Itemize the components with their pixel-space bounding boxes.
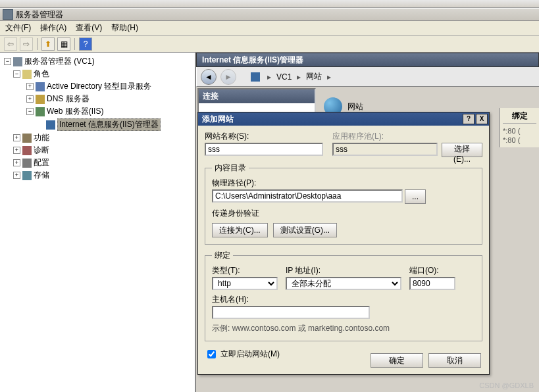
expand-icon[interactable]: + <box>26 95 34 103</box>
app-pool-input <box>332 143 438 156</box>
close-button[interactable]: X <box>476 114 488 124</box>
forward-button: ⇨ <box>20 37 33 51</box>
auth-label: 传递身份验证 <box>212 208 475 219</box>
features-icon <box>22 134 32 143</box>
select-pool-button[interactable]: 选择(E)... <box>442 143 482 157</box>
toolbar-separator <box>37 38 38 50</box>
app-icon <box>3 9 13 20</box>
collapse-icon[interactable]: − <box>4 58 11 65</box>
ok-button[interactable]: 确定 <box>371 353 423 368</box>
expand-icon[interactable]: + <box>26 83 34 90</box>
chevron-right-icon: ▸ <box>327 72 331 82</box>
site-name-input[interactable] <box>205 143 323 156</box>
expand-icon[interactable]: + <box>13 134 20 141</box>
crumb-host[interactable]: VC1 <box>276 72 292 82</box>
actions-pane: 绑定 *:80 ( *:80 ( <box>500 108 539 147</box>
server-icon <box>13 57 22 66</box>
nav-back-button[interactable]: ◄ <box>201 69 217 85</box>
iis-title: Internet 信息服务(IIS)管理器 <box>196 53 539 67</box>
port-input[interactable] <box>409 277 455 290</box>
tree-storage[interactable]: +存储 <box>0 169 195 182</box>
iis-toolbar: ◄ ► ▸ VC1 ▸ 网站 ▸ <box>196 67 539 87</box>
expand-icon[interactable]: + <box>13 147 20 154</box>
menu-file[interactable]: 文件(F) <box>5 22 31 34</box>
dialog-title-text: 添加网站 <box>202 114 234 125</box>
toolbar: ⇦ ⇨ ⬆ ▦ ? <box>0 36 539 53</box>
type-select[interactable]: http <box>212 277 278 290</box>
binding-row: *:80 ( <box>503 135 536 145</box>
site-name-label: 网站名称(S): <box>205 131 323 142</box>
content-dir-legend: 内容目录 <box>212 162 249 174</box>
start-now-checkbox[interactable] <box>207 350 216 358</box>
help-button[interactable]: ? <box>463 114 475 124</box>
config-icon <box>22 159 32 168</box>
start-now-label: 立即启动网站(M) <box>220 349 280 360</box>
tree-ad[interactable]: +Active Directory 轻型目录服务 <box>0 80 195 93</box>
actions-header: 绑定 <box>503 110 536 124</box>
home-icon[interactable] <box>251 72 260 82</box>
menu-help[interactable]: 帮助(H) <box>111 22 138 34</box>
physical-path-input[interactable] <box>212 189 403 203</box>
menubar: 文件(F) 操作(A) 查看(V) 帮助(H) <box>0 21 539 36</box>
browse-button[interactable]: ... <box>405 189 426 204</box>
tree-pane: −服务器管理器 (VC1) −角色 +Active Directory 轻型目录… <box>0 53 196 392</box>
cancel-button[interactable]: 取消 <box>428 353 481 368</box>
physical-path-label: 物理路径(P): <box>212 178 475 189</box>
add-website-dialog: 添加网站 ? X 网站名称(S): 应用程序池(L): 选择(E)... 内容目… <box>197 112 490 375</box>
roles-icon <box>22 70 32 79</box>
help-button[interactable]: ? <box>79 37 92 51</box>
chevron-right-icon: ▸ <box>267 72 271 82</box>
tree-config[interactable]: +配置 <box>0 157 195 169</box>
dialog-body: 网站名称(S): 应用程序池(L): 选择(E)... 内容目录 物理路径(P)… <box>198 126 489 366</box>
watermark: CSDN @GDXLB <box>479 381 534 389</box>
ad-icon <box>36 82 45 91</box>
tree-roles[interactable]: −角色 <box>0 68 195 80</box>
expand-icon[interactable]: + <box>13 172 20 179</box>
storage-icon <box>22 171 32 180</box>
menu-view[interactable]: 查看(V) <box>76 22 102 34</box>
iis-icon <box>46 120 55 130</box>
up-button[interactable]: ⬆ <box>41 37 55 51</box>
menu-action[interactable]: 操作(A) <box>40 22 66 34</box>
tree-dns[interactable]: +DNS 服务器 <box>0 93 195 105</box>
content-dir-group: 内容目录 物理路径(P): ... 传递身份验证 连接为(C)... 测试设置(… <box>205 162 482 245</box>
toolbar-separator <box>74 38 75 50</box>
diag-icon <box>22 146 32 155</box>
ip-select[interactable]: 全部未分配 <box>286 277 401 290</box>
back-button: ⇦ <box>4 37 17 51</box>
window-titlebar: 服务器管理器 <box>0 8 539 21</box>
tree-root[interactable]: −服务器管理器 (VC1) <box>0 55 195 68</box>
hostname-label: 主机名(H): <box>212 294 475 305</box>
crumb-sites[interactable]: 网站 <box>306 71 322 82</box>
dialog-footer: 确定 取消 <box>371 353 481 368</box>
dns-icon <box>36 95 45 104</box>
binding-legend: 绑定 <box>212 250 233 261</box>
ip-label: IP 地址(I): <box>286 265 401 276</box>
hostname-example: 示例: www.contoso.com 或 marketing.contoso.… <box>212 323 475 334</box>
test-settings-button[interactable]: 测试设置(G)... <box>273 223 337 237</box>
connections-header: 连接 <box>199 89 315 103</box>
properties-button[interactable]: ▦ <box>57 37 70 51</box>
nav-forward-button: ► <box>220 69 236 85</box>
app-pool-label: 应用程序池(L): <box>332 131 482 142</box>
tree-features[interactable]: +功能 <box>0 132 195 144</box>
dialog-titlebar[interactable]: 添加网站 ? X <box>198 112 489 126</box>
type-label: 类型(T): <box>212 265 278 276</box>
collapse-icon[interactable]: − <box>13 70 20 78</box>
window-title-text: 服务器管理器 <box>16 9 63 20</box>
parent-window-strip <box>0 0 539 8</box>
binding-group: 绑定 类型(T): http IP 地址(I): 全部未分配 端口(O): 主机… <box>205 250 482 341</box>
expand-icon[interactable]: + <box>13 159 20 166</box>
hostname-input[interactable] <box>212 306 370 319</box>
collapse-icon[interactable]: − <box>26 108 34 115</box>
port-label: 端口(O): <box>409 265 455 276</box>
chevron-right-icon: ▸ <box>297 72 301 82</box>
binding-row: *:80 ( <box>503 126 536 135</box>
connect-as-button[interactable]: 连接为(C)... <box>212 223 268 237</box>
tree-web[interactable]: −Web 服务器(IIS) <box>0 105 195 118</box>
web-icon <box>36 107 45 116</box>
tree-iis[interactable]: Internet 信息服务(IIS)管理器 <box>0 118 195 132</box>
tree-diag[interactable]: +诊断 <box>0 144 195 157</box>
